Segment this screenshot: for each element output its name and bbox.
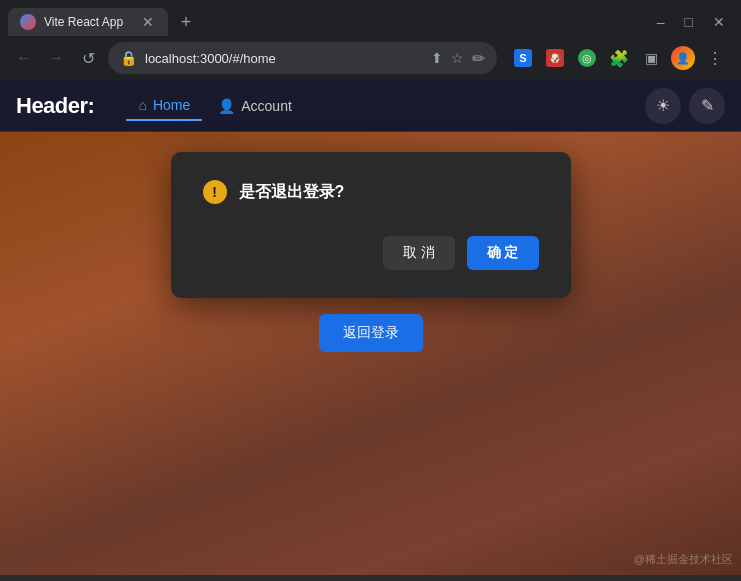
share-icon[interactable]: ⬆ [431, 50, 443, 66]
nav-item-home[interactable]: ⌂ Home [126, 91, 202, 121]
tab-bar: Vite React App ✕ + – □ ✕ [0, 0, 741, 36]
back-button[interactable]: ← [12, 46, 36, 70]
dialog-header: ! 是否退出登录? [203, 180, 539, 204]
new-tab-button[interactable]: + [172, 8, 200, 36]
extensions-button[interactable]: 🧩 [605, 44, 633, 72]
browser-extensions: S 🐶 ◎ 🧩 ▣ 👤 ⋮ [505, 44, 729, 72]
ext-dog-button[interactable]: 🐶 [541, 44, 569, 72]
browser-tab-active[interactable]: Vite React App ✕ [8, 8, 168, 36]
confirm-dialog: ! 是否退出登录? 取 消 确 定 [171, 152, 571, 298]
dialog-title: 是否退出登录? [239, 182, 345, 203]
profile-button[interactable]: 👤 [669, 44, 697, 72]
pen-icon[interactable]: ✏ [472, 49, 485, 68]
browser-menu-button[interactable]: ⋮ [701, 44, 729, 72]
confirm-button[interactable]: 确 定 [467, 236, 539, 270]
tab-close-button[interactable]: ✕ [140, 14, 156, 30]
ext-s-button[interactable]: S [509, 44, 537, 72]
url-text: localhost:3000/#/home [145, 51, 423, 66]
reload-button[interactable]: ↺ [76, 46, 100, 70]
forward-button[interactable]: → [44, 46, 68, 70]
nav-account-label: Account [241, 98, 292, 114]
puzzle-icon: 🧩 [609, 49, 629, 68]
ext-circle-icon: ◎ [578, 49, 596, 67]
home-icon: ⌂ [138, 97, 146, 113]
menu-icon: ⋮ [707, 49, 723, 68]
watermark: @稀土掘金技术社区 [634, 552, 733, 567]
sidebar-icon: ▣ [645, 50, 658, 66]
account-icon: 👤 [218, 98, 235, 114]
dialog-actions: 取 消 确 定 [203, 236, 539, 270]
return-login-button[interactable]: 返回登录 [319, 314, 423, 352]
nav-item-account[interactable]: 👤 Account [206, 92, 304, 120]
sun-icon: ☀ [656, 96, 670, 115]
app-logo: Header: [16, 93, 94, 119]
url-action-icons: ⬆ ☆ ✏ [431, 49, 485, 68]
profile-avatar: 👤 [671, 46, 695, 70]
close-button[interactable]: ✕ [713, 14, 725, 30]
lock-icon: 🔒 [120, 50, 137, 66]
nav-menu: ⌂ Home 👤 Account [126, 91, 303, 121]
header-right: ☀ ✎ [645, 88, 725, 124]
tab-title: Vite React App [44, 15, 132, 29]
dialog-overlay: ! 是否退出登录? 取 消 确 定 返回登录 [0, 132, 741, 575]
edit-button[interactable]: ✎ [689, 88, 725, 124]
ext-circle-button[interactable]: ◎ [573, 44, 601, 72]
theme-toggle-button[interactable]: ☀ [645, 88, 681, 124]
app-header: Header: ⌂ Home 👤 Account ☀ ✎ [0, 80, 741, 132]
cancel-button[interactable]: 取 消 [383, 236, 455, 270]
ext-dog-icon: 🐶 [546, 49, 564, 67]
window-controls: – □ ✕ [657, 14, 733, 30]
main-content: ! 是否退出登录? 取 消 确 定 返回登录 @稀土掘金技术社区 [0, 132, 741, 575]
sidebar-button[interactable]: ▣ [637, 44, 665, 72]
browser-chrome: Vite React App ✕ + – □ ✕ ← → ↺ 🔒 localho… [0, 0, 741, 80]
edit-icon: ✎ [701, 96, 714, 115]
address-bar: ← → ↺ 🔒 localhost:3000/#/home ⬆ ☆ ✏ S 🐶 … [0, 36, 741, 80]
tab-favicon [20, 14, 36, 30]
url-box[interactable]: 🔒 localhost:3000/#/home ⬆ ☆ ✏ [108, 42, 497, 74]
bookmark-icon[interactable]: ☆ [451, 50, 464, 66]
warning-icon: ! [203, 180, 227, 204]
nav-home-label: Home [153, 97, 190, 113]
minimize-button[interactable]: – [657, 14, 665, 30]
ext-s-icon: S [514, 49, 532, 67]
restore-button[interactable]: □ [685, 14, 693, 30]
